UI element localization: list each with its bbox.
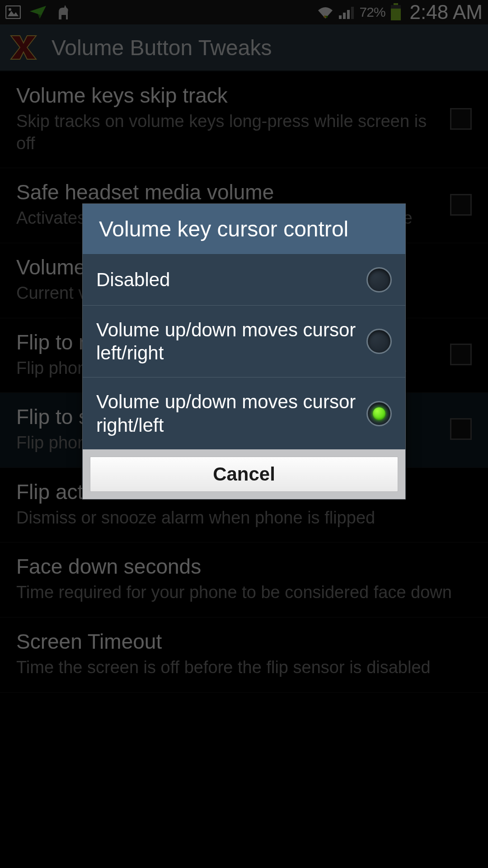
radio-button[interactable] [366, 329, 392, 354]
dialog-cursor-control: Volume key cursor control Disabled Volum… [82, 203, 406, 500]
radio-button[interactable] [366, 401, 392, 426]
option-label: Volume up/down moves cursor left/right [96, 318, 366, 364]
option-label: Volume up/down moves cursor right/left [96, 390, 366, 436]
radio-button[interactable] [366, 267, 392, 292]
cancel-label: Cancel [213, 463, 275, 485]
dialog-option-right-left[interactable]: Volume up/down moves cursor right/left [83, 377, 405, 449]
cancel-button[interactable]: Cancel [90, 457, 398, 492]
dialog-option-left-right[interactable]: Volume up/down moves cursor left/right [83, 306, 405, 377]
dialog-title: Volume key cursor control [83, 204, 405, 255]
dialog-option-disabled[interactable]: Disabled [83, 255, 405, 306]
dialog-footer: Cancel [83, 449, 405, 499]
option-label: Disabled [96, 268, 366, 291]
dialog-options: Disabled Volume up/down moves cursor lef… [83, 255, 405, 449]
